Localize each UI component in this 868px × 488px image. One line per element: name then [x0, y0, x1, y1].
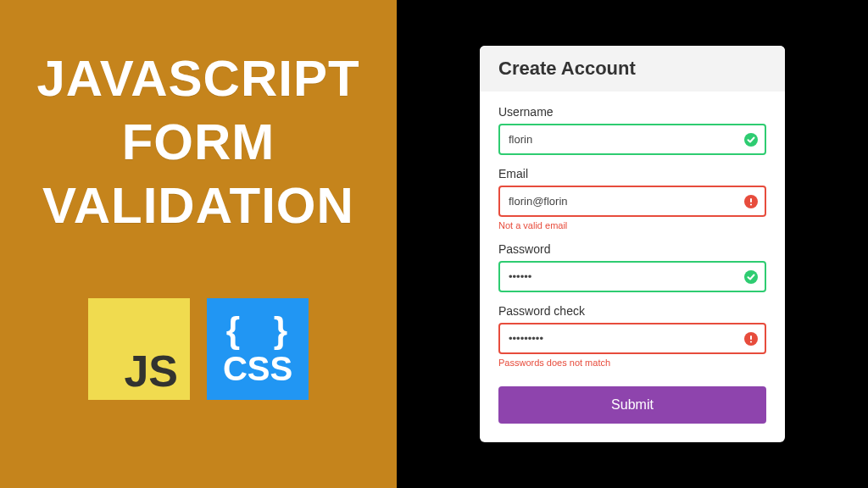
tech-badges: JS { } CSS — [88, 298, 309, 400]
form-title: Create Account — [480, 46, 785, 92]
form-body: Username Email Not a valid email — [480, 92, 785, 442]
password-group: Password — [498, 242, 766, 292]
check-circle-icon — [744, 133, 758, 147]
error-circle-icon — [744, 332, 758, 346]
username-input-wrap — [498, 124, 766, 155]
svg-point-7 — [750, 341, 752, 342]
username-label: Username — [498, 105, 766, 119]
password-input-wrap — [498, 261, 766, 292]
email-input-wrap — [498, 186, 766, 217]
email-group: Email Not a valid email — [498, 167, 766, 230]
svg-point-3 — [750, 203, 752, 205]
password-check-field[interactable] — [498, 323, 766, 354]
hero-title: JAVASCRIPT FORM VALIDATION — [36, 47, 359, 237]
css-logo-braces: { } — [226, 313, 299, 348]
password-check-input-wrap — [498, 323, 766, 354]
email-label: Email — [498, 167, 766, 180]
signup-form-card: Create Account Username Email — [480, 46, 785, 442]
password-check-label: Password check — [498, 304, 766, 318]
submit-button[interactable]: Submit — [498, 386, 766, 424]
css-logo-text: CSS — [223, 352, 292, 385]
svg-rect-6 — [750, 336, 752, 340]
error-circle-icon — [744, 195, 758, 208]
username-field[interactable] — [498, 124, 766, 155]
svg-rect-2 — [750, 198, 752, 202]
password-label: Password — [498, 242, 766, 256]
email-error-text: Not a valid email — [498, 220, 766, 230]
password-check-group: Password check Passwords does not match — [498, 304, 766, 368]
password-check-error-text: Passwords does not match — [498, 358, 766, 368]
hero-title-line: JAVASCRIPT — [36, 47, 359, 110]
email-field[interactable] — [498, 186, 766, 217]
js-logo-text: JS — [124, 349, 178, 393]
hero-title-line: FORM — [36, 110, 359, 174]
check-circle-icon — [744, 270, 758, 284]
form-panel: Create Account Username Email — [397, 0, 868, 488]
hero-panel: JAVASCRIPT FORM VALIDATION JS { } CSS — [0, 0, 397, 488]
password-field[interactable] — [498, 261, 766, 292]
hero-title-line: VALIDATION — [36, 174, 359, 237]
css-logo: { } CSS — [207, 298, 309, 400]
username-group: Username — [498, 105, 766, 155]
js-logo: JS — [88, 298, 190, 400]
